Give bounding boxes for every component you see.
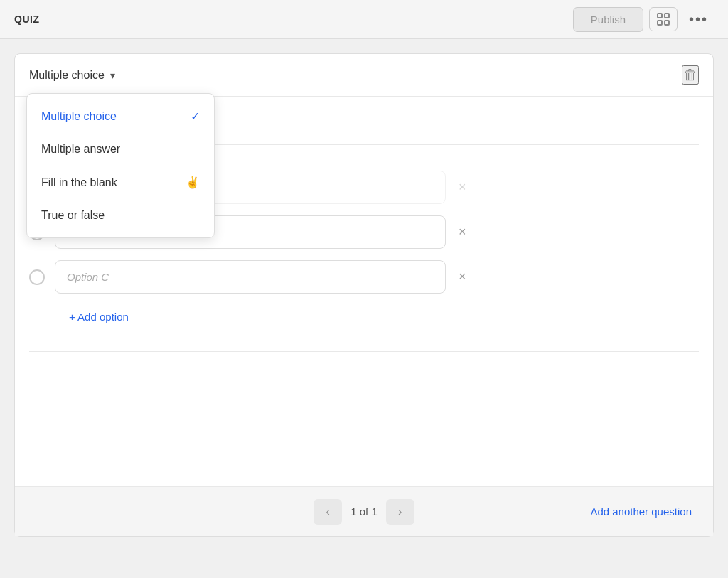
app-title: QUIZ — [14, 14, 39, 25]
more-options-button[interactable]: ••• — [683, 9, 714, 31]
svg-rect-1 — [665, 14, 669, 18]
option-row-c: × — [29, 260, 699, 294]
dropdown-item-multiple-answer[interactable]: Multiple answer — [27, 133, 214, 166]
next-page-button[interactable]: › — [386, 499, 414, 525]
check-icon: ✓ — [191, 109, 200, 123]
cursor-icon: ✌ — [186, 176, 200, 189]
question-type-selector[interactable]: Multiple choice ▾ — [29, 69, 115, 82]
expand-button[interactable] — [649, 7, 678, 31]
question-type-bar: Multiple choice ▾ 🗑 Multiple choice ✓ Mu… — [15, 54, 713, 97]
question-type-dropdown: Multiple choice ✓ Multiple answer Fill i… — [26, 93, 215, 238]
pagination: ‹ 1 of 1 › — [314, 499, 414, 525]
divider — [29, 351, 699, 352]
app-header: QUIZ Publish ••• — [0, 0, 728, 39]
svg-rect-0 — [658, 14, 662, 18]
dropdown-item-true-false[interactable]: True or false — [27, 199, 214, 232]
dropdown-item-label: Multiple choice — [41, 110, 117, 123]
delete-question-button[interactable]: 🗑 — [682, 65, 699, 85]
svg-rect-2 — [658, 21, 662, 25]
card-footer: ‹ 1 of 1 › Add another question — [15, 486, 713, 536]
quiz-card: Multiple choice ▾ 🗑 Multiple choice ✓ Mu… — [14, 53, 714, 537]
option-radio-c[interactable] — [29, 269, 45, 285]
page-label: 1 of 1 — [350, 505, 378, 518]
option-input-c[interactable] — [55, 260, 446, 294]
chevron-down-icon: ▾ — [110, 70, 115, 81]
dropdown-item-fill-blank[interactable]: Fill in the blank ✌ — [27, 166, 214, 199]
option-remove-c[interactable]: × — [456, 267, 469, 287]
add-option-button[interactable]: + Add option — [15, 305, 143, 337]
dropdown-item-label: Fill in the blank — [41, 176, 117, 189]
dropdown-item-label: Multiple answer — [41, 143, 120, 156]
prev-page-button[interactable]: ‹ — [314, 499, 342, 525]
option-remove-a[interactable]: × — [456, 177, 469, 198]
svg-rect-3 — [665, 21, 669, 25]
header-actions: Publish ••• — [573, 7, 714, 32]
add-question-button[interactable]: Add another question — [590, 505, 692, 518]
question-type-label: Multiple choice — [29, 69, 105, 82]
option-remove-b[interactable]: × — [456, 222, 469, 242]
dropdown-item-multiple-choice[interactable]: Multiple choice ✓ — [27, 100, 214, 133]
publish-button[interactable]: Publish — [573, 7, 643, 32]
dropdown-item-label: True or false — [41, 209, 105, 222]
expand-icon — [657, 13, 670, 26]
